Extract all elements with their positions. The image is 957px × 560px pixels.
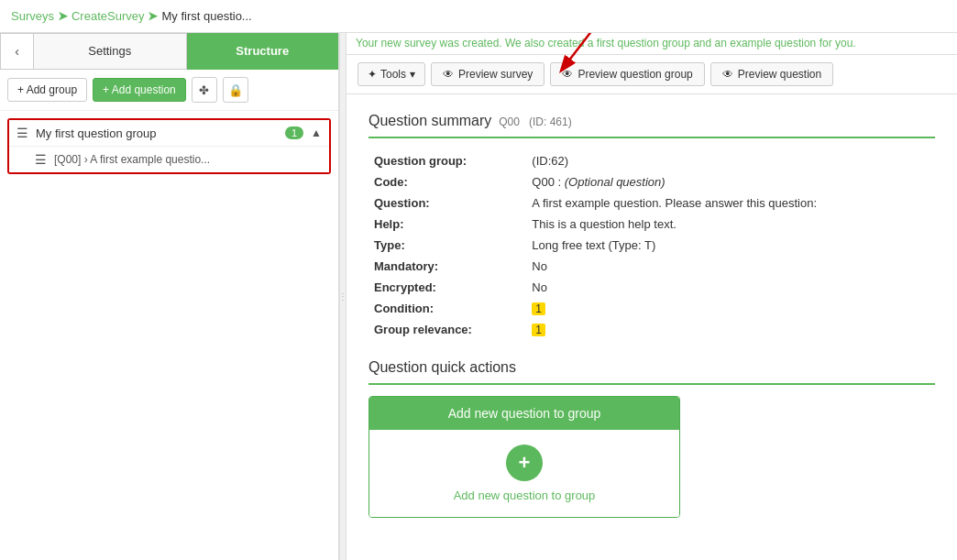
field-label: Code:	[370, 172, 526, 192]
add-group-button[interactable]: + Add group	[7, 78, 87, 102]
breadcrumb-createsurvey[interactable]: CreateSurvey	[72, 9, 144, 23]
eye-icon-question: 👁	[722, 68, 733, 81]
table-row: Code: Q00 : (Optional question)	[370, 172, 933, 192]
tab-settings[interactable]: Settings	[33, 33, 187, 70]
breadcrumb-current: My first questio...	[161, 9, 251, 23]
plus-icon: +	[506, 445, 543, 481]
add-question-button[interactable]: + Add question	[93, 78, 186, 102]
field-value: A first example question. Please answer …	[528, 193, 933, 213]
add-question-card[interactable]: Add new question to group + Add new ques…	[368, 396, 680, 518]
back-button[interactable]: ‹	[0, 33, 33, 70]
breadcrumb-arrow-2: ➤	[148, 9, 158, 23]
table-row: Type: Long free text (Type: T)	[370, 236, 933, 255]
condition-badge: 1	[532, 302, 545, 315]
field-value: This is a question help text.	[528, 214, 933, 234]
quick-actions-title: Question quick actions	[368, 359, 935, 385]
preview-question-button[interactable]: 👁 Preview question	[710, 62, 833, 86]
breadcrumb-arrow-1: ➤	[58, 9, 68, 23]
dropdown-arrow-icon: ▾	[410, 68, 415, 81]
field-value: Q00 : (Optional question)	[528, 172, 933, 192]
sidebar: ‹ Settings Structure + Add group + Add q…	[0, 33, 339, 560]
sidebar-list: ☰ My first question group 1 ▲ ☰ [Q00] › …	[0, 111, 338, 560]
hamburger-icon: ☰	[16, 126, 28, 140]
table-row: Question: A first example question. Plea…	[370, 193, 933, 213]
notification-bar: Your new survey was created. We also cre…	[346, 33, 957, 55]
add-question-body: + Add new question to group	[369, 430, 679, 517]
question-name: [Q00] › A first example questio...	[54, 153, 322, 166]
table-row: Mandatory: No	[370, 257, 933, 276]
tools-icon: ✦	[368, 68, 377, 81]
field-label: Encrypted:	[370, 278, 526, 297]
pin-icon: ✤	[199, 83, 209, 97]
content-area: Your new survey was created. We also cre…	[346, 33, 957, 560]
field-value: No	[528, 257, 933, 276]
notification-message: Your new survey was created. We also cre…	[356, 37, 856, 49]
toolbar: ✦ Tools ▾ 👁 Preview survey 👁 Preview que…	[346, 55, 957, 94]
tools-button[interactable]: ✦ Tools ▾	[358, 62, 425, 86]
field-label: Question:	[370, 193, 526, 213]
group-item: ☰ My first question group 1 ▲ ☰ [Q00] › …	[7, 118, 331, 174]
breadcrumb: Surveys ➤ CreateSurvey ➤ My first questi…	[0, 0, 957, 33]
code-value: Q00 : (Optional question)	[532, 175, 665, 189]
field-value: 1	[528, 299, 933, 318]
eye-icon-survey: 👁	[443, 68, 454, 81]
field-label: Group relevance:	[370, 320, 526, 339]
group-up-button[interactable]: ▲	[311, 126, 322, 139]
section-title: Question summary Q00 (ID: 461)	[368, 113, 935, 138]
resize-handle[interactable]: ⋮	[339, 33, 346, 560]
question-item[interactable]: ☰ [Q00] › A first example questio...	[9, 146, 329, 172]
group-relevance-badge: 1	[532, 324, 545, 336]
add-question-label: Add new question to group	[454, 489, 596, 502]
field-label: Condition:	[370, 299, 526, 318]
main-layout: ‹ Settings Structure + Add group + Add q…	[0, 33, 957, 560]
field-value: Long free text (Type: T)	[528, 236, 933, 255]
field-value: 1	[528, 320, 933, 339]
lock-button[interactable]: 🔒	[223, 77, 248, 103]
table-row: Condition: 1	[370, 299, 933, 318]
breadcrumb-surveys[interactable]: Surveys	[11, 9, 54, 23]
field-value: (ID:62)	[528, 151, 933, 170]
sidebar-actions: + Add group + Add question ✤ 🔒	[0, 70, 338, 111]
lock-icon: 🔒	[228, 83, 243, 97]
pin-button[interactable]: ✤	[192, 77, 217, 103]
field-label: Mandatory:	[370, 257, 526, 276]
eye-icon-group: 👁	[562, 68, 573, 81]
preview-survey-button[interactable]: 👁 Preview survey	[431, 62, 544, 86]
table-row: Help: This is a question help text.	[370, 214, 933, 234]
field-value: No	[528, 278, 933, 297]
sidebar-tabs: ‹ Settings Structure	[0, 33, 338, 70]
preview-group-button[interactable]: 👁 Preview question group	[550, 62, 704, 86]
add-question-header: Add new question to group	[369, 397, 679, 430]
table-row: Encrypted: No	[370, 278, 933, 297]
table-row: Question group: (ID:62)	[370, 151, 933, 170]
main-content: Question summary Q00 (ID: 461) Question …	[346, 94, 957, 536]
summary-subtitle: Q00 (ID: 461)	[499, 115, 571, 128]
group-badge: 1	[285, 126, 303, 139]
field-label: Question group:	[370, 151, 526, 170]
table-row: Group relevance: 1	[370, 320, 933, 339]
field-label: Help:	[370, 214, 526, 234]
tab-structure[interactable]: Structure	[187, 33, 339, 70]
question-hamburger-icon: ☰	[35, 152, 47, 167]
field-label: Type:	[370, 236, 526, 255]
group-name: My first question group	[36, 126, 278, 140]
summary-table: Question group: (ID:62) Code: Q00 : (Opt…	[368, 149, 935, 341]
group-header[interactable]: ☰ My first question group 1 ▲	[9, 120, 329, 146]
